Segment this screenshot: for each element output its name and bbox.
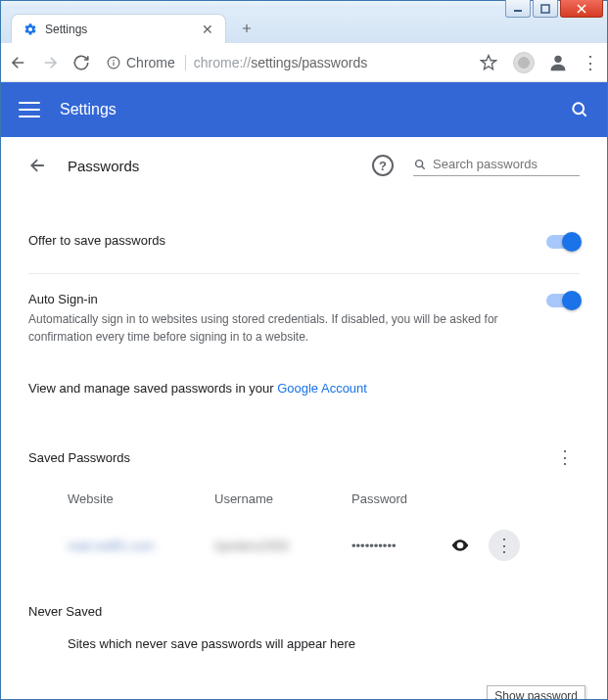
tab-close-icon[interactable]: ✕ <box>202 22 213 37</box>
svg-point-10 <box>416 160 423 166</box>
menu-icon[interactable] <box>19 102 40 117</box>
password-row-menu[interactable]: ⋮ <box>489 530 520 561</box>
gear-icon <box>23 23 37 36</box>
window-titlebar <box>1 1 607 9</box>
settings-header: Settings <box>1 82 607 137</box>
show-password-tooltip: Show password <box>487 685 585 699</box>
search-passwords-field[interactable] <box>413 155 580 176</box>
window-minimize-button[interactable] <box>505 0 531 18</box>
offer-save-toggle[interactable] <box>546 235 580 249</box>
manage-text: View and manage saved passwords in your <box>28 381 277 396</box>
settings-search-icon[interactable] <box>570 100 589 119</box>
saved-passwords-menu[interactable]: ⋮ <box>550 443 580 472</box>
search-icon <box>413 158 427 171</box>
autosign-toggle[interactable] <box>546 294 580 307</box>
omnibox[interactable]: Chrome chrome://settings/passwords <box>103 54 501 71</box>
svg-rect-6 <box>113 62 114 65</box>
svg-rect-1 <box>541 5 549 13</box>
autosign-description: Automatically sign in to websites using … <box>28 310 535 346</box>
profile-avatar[interactable] <box>546 51 570 74</box>
back-button[interactable] <box>9 53 28 72</box>
row-password-mask: •••••••••• <box>351 538 449 553</box>
browser-tab-settings[interactable]: Settings ✕ <box>11 14 226 43</box>
offer-save-label: Offer to save passwords <box>28 233 535 248</box>
bookmark-star-icon[interactable] <box>480 54 497 71</box>
help-icon[interactable]: ? <box>372 155 394 176</box>
page-back-button[interactable] <box>28 156 48 175</box>
col-website: Website <box>68 491 214 506</box>
site-chip-label: Chrome <box>126 55 175 70</box>
omnibox-url: chrome://settings/passwords <box>194 55 367 70</box>
row-username: hpriders2550 <box>214 538 351 553</box>
saved-passwords-heading: Saved Passwords <box>28 450 550 465</box>
row-website[interactable]: mail.redff1.com <box>68 538 214 553</box>
autosign-label: Auto Sign-in <box>28 292 535 306</box>
extension-icon[interactable] <box>513 52 535 73</box>
browser-menu-button[interactable]: ⋮ <box>582 52 599 73</box>
svg-line-11 <box>422 165 425 168</box>
svg-point-8 <box>573 103 584 114</box>
col-username: Username <box>214 491 351 506</box>
show-password-icon[interactable] <box>449 535 471 556</box>
window-maximize-button[interactable] <box>533 0 558 18</box>
svg-line-9 <box>583 113 586 117</box>
reload-button[interactable] <box>71 53 91 72</box>
search-passwords-input[interactable] <box>433 157 580 171</box>
page-title: Passwords <box>68 158 139 174</box>
navigation-bar: Chrome chrome://settings/passwords ⋮ <box>1 43 607 82</box>
tab-title: Settings <box>45 23 194 36</box>
never-saved-heading: Never Saved <box>28 604 580 619</box>
forward-button[interactable] <box>40 53 60 72</box>
new-tab-button[interactable] <box>234 16 259 41</box>
svg-point-12 <box>458 543 461 546</box>
window-close-button[interactable] <box>560 0 603 18</box>
google-account-link[interactable]: Google Account <box>277 381 367 396</box>
content-scroll[interactable]: Passwords ? Offer to save passwords <box>1 137 607 699</box>
svg-point-7 <box>554 55 561 62</box>
info-icon <box>107 56 120 70</box>
settings-title: Settings <box>60 101 117 118</box>
svg-point-5 <box>113 59 115 61</box>
password-table-header: Website Username Password <box>28 482 580 516</box>
col-password: Password <box>351 491 449 506</box>
site-chip[interactable]: Chrome <box>107 55 186 70</box>
never-saved-text: Sites which never save passwords will ap… <box>28 636 580 651</box>
password-row: mail.redff1.com hpriders2550 •••••••••• … <box>28 516 580 575</box>
